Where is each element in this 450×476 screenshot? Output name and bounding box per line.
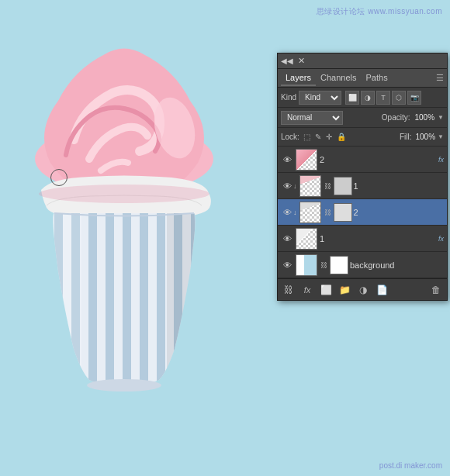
layer-visibility-toggle[interactable]: 👁	[281, 155, 293, 164]
svg-rect-4	[88, 209, 97, 395]
layer-thumbnail	[296, 149, 317, 171]
layer-mask-thumbnail	[330, 256, 348, 274]
layer-fx-badge: fx	[438, 156, 444, 164]
panel-footer: ⛓ fx ⬜ 📁 ◑ 📄 🗑	[278, 278, 447, 300]
layers-panel: ◀◀ ✕ Layers Channels Paths ☰ Kind Kind ⬜…	[277, 53, 448, 301]
svg-point-12	[39, 185, 209, 203]
lock-move-icon[interactable]: ✛	[324, 132, 334, 142]
lock-row: Lock: ⬚ ✎ ✛ 🔒 Fill: 100% ▼	[278, 128, 447, 147]
panel-tabs-row: Layers Channels Paths ☰	[278, 69, 447, 88]
layer-name: 2	[320, 155, 436, 164]
opacity-label: Opacity:	[382, 113, 410, 122]
layer-thumbnail	[299, 202, 321, 223]
blend-mode-row: Normal Multiply Screen Overlay Opacity: …	[278, 108, 447, 128]
watermark-bottom: post.di maker.com	[379, 461, 442, 470]
layer-visibility-toggle[interactable]: 👁	[281, 260, 293, 270]
layer-name: 1	[320, 234, 436, 243]
opacity-value: 100%	[415, 113, 435, 122]
layer-thumbnail	[296, 228, 317, 250]
layer-item[interactable]: 👁 1 fx	[278, 226, 447, 252]
lock-label: Lock:	[281, 133, 299, 141]
layer-thumbnail	[296, 254, 317, 276]
watermark-top: 思绿设计论坛 www.missyuan.com	[317, 6, 442, 17]
layer-link-icon: ⛓	[320, 261, 327, 269]
svg-point-11	[87, 379, 161, 391]
layer-item-background[interactable]: 👁 ⛓ background	[278, 252, 447, 278]
delete-layer-button[interactable]: 🗑	[428, 282, 444, 298]
lock-all-icon[interactable]: 🔒	[335, 132, 348, 142]
layer-item[interactable]: 👁 ↓ ⛓ 2	[278, 199, 447, 226]
layer-thumbnail	[299, 175, 321, 197]
layer-name: background	[350, 260, 444, 270]
opacity-dropdown-icon[interactable]: ▼	[438, 114, 444, 121]
layers-list: 👁 2 fx 👁 ↓ ⛓ 1 👁 ↓ ⛓ 2	[278, 147, 447, 278]
cupcake-illustration	[12, 8, 237, 457]
link-layers-button[interactable]: ⛓	[281, 282, 296, 298]
tab-channels[interactable]: Channels	[316, 71, 361, 86]
layer-clip-indicator: ↓	[293, 182, 297, 190]
layer-clip-indicator: ↓	[293, 209, 297, 216]
svg-rect-5	[106, 209, 114, 395]
fill-value: 100%	[416, 133, 436, 141]
kind-smart-icon[interactable]: 📷	[407, 91, 421, 105]
kind-text-icon[interactable]: T	[376, 91, 390, 105]
layer-fx-badge: fx	[438, 235, 444, 243]
tab-layers[interactable]: Layers	[281, 71, 316, 86]
svg-rect-6	[123, 209, 131, 395]
layer-mask-thumbnail	[334, 203, 352, 222]
kind-icons: ⬜ ◑ T ⬡ 📷	[345, 91, 421, 105]
new-adjustment-button[interactable]: ◑	[355, 282, 371, 298]
layer-link-icon: ⛓	[324, 182, 331, 190]
svg-rect-7	[140, 209, 148, 395]
layer-name: 1	[354, 181, 445, 191]
layer-visibility-toggle[interactable]: 👁	[281, 208, 293, 217]
lock-icons: ⬚ ✎ ✛ 🔒	[302, 132, 348, 142]
add-mask-button[interactable]: ⬜	[318, 282, 334, 298]
selection-circle	[50, 169, 68, 186]
layer-link-icon: ⛓	[324, 209, 331, 216]
new-group-button[interactable]: 📁	[337, 282, 352, 298]
add-fx-button[interactable]: fx	[299, 282, 315, 298]
lock-position-icon[interactable]: ✎	[313, 132, 323, 142]
kind-row: Kind Kind ⬜ ◑ T ⬡ 📷	[278, 88, 447, 108]
kind-select[interactable]: Kind	[299, 91, 341, 105]
layer-visibility-toggle[interactable]: 👁	[281, 234, 293, 243]
panel-menu-icon[interactable]: ☰	[436, 73, 444, 83]
panel-header: ◀◀ ✕	[278, 53, 447, 69]
panel-collapse-button[interactable]: ◀◀	[281, 57, 293, 65]
kind-label: Kind	[281, 93, 296, 102]
fill-dropdown-icon[interactable]: ▼	[438, 133, 444, 140]
kind-pixel-icon[interactable]: ⬜	[345, 91, 359, 105]
panel-close-button[interactable]: ✕	[298, 56, 305, 66]
panel-controls: ◀◀ ✕	[281, 56, 305, 66]
svg-rect-8	[157, 209, 165, 395]
kind-adjust-icon[interactable]: ◑	[361, 91, 375, 105]
layer-item[interactable]: 👁 2 fx	[278, 147, 447, 173]
tab-paths[interactable]: Paths	[362, 71, 393, 86]
lock-pixels-icon[interactable]: ⬚	[302, 132, 312, 142]
new-layer-button[interactable]: 📄	[374, 282, 389, 298]
layer-mask-thumbnail	[334, 177, 352, 195]
layer-item[interactable]: 👁 ↓ ⛓ 1	[278, 173, 447, 199]
kind-shape-icon[interactable]: ⬡	[392, 91, 406, 105]
fill-label: Fill:	[400, 133, 412, 141]
layer-visibility-toggle[interactable]: 👁	[281, 181, 293, 191]
layer-name: 2	[354, 208, 445, 217]
blend-mode-select[interactable]: Normal Multiply Screen Overlay	[281, 111, 343, 125]
